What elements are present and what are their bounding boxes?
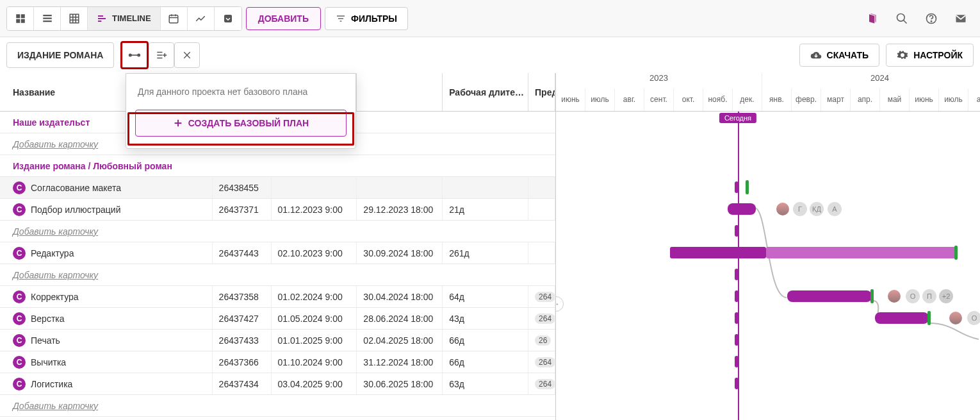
table-row[interactable]: СЛогистика 26437434 03.04.2025 9:00 30.0… xyxy=(0,373,555,395)
gantt-bar[interactable] xyxy=(787,290,872,302)
table-row[interactable]: СПечать 26437433 01.01.2025 9:00 02.04.2… xyxy=(0,330,555,351)
task-pred xyxy=(528,177,555,198)
task-duration: 63д xyxy=(443,373,528,394)
table-row[interactable]: СВерстка 26437427 01.05.2024 9:00 28.06.… xyxy=(0,308,555,330)
table-row[interactable]: СКорректура 26437358 01.02.2024 9:00 30.… xyxy=(0,286,555,308)
col-predecessors[interactable]: Пред… xyxy=(528,73,555,111)
avatar-icon[interactable] xyxy=(886,289,902,304)
assignee-chip[interactable]: О xyxy=(967,311,980,325)
view-list-icon[interactable] xyxy=(34,7,61,30)
table-row[interactable]: СВычитка 26437366 01.10.2024 9:00 31.12.… xyxy=(0,351,555,373)
assignee-chip[interactable]: О xyxy=(906,289,920,303)
task-end: 31.12.2024 18:00 xyxy=(357,351,443,373)
baseline-menu-button[interactable] xyxy=(120,41,149,69)
timeline-label: TIMELINE xyxy=(112,13,151,23)
assignee-chip[interactable]: П xyxy=(922,289,936,303)
task-name: Редактура xyxy=(31,248,74,258)
card-badge: С xyxy=(13,378,26,391)
avatar-icon[interactable] xyxy=(775,201,790,217)
help-icon[interactable] xyxy=(919,7,944,30)
col-work-dur-dates[interactable] xyxy=(357,73,443,111)
task-name: Согласование макета xyxy=(31,183,121,193)
gantt-bar-end xyxy=(870,289,874,303)
gantt-pane[interactable]: ↔ 2023 2024 июньиюльавг.сент.окт.нояб.де… xyxy=(556,73,980,420)
svg-rect-0 xyxy=(16,14,20,18)
month-label: окт. xyxy=(674,88,703,111)
assignee-chip[interactable]: Г xyxy=(793,202,807,216)
add-column-button[interactable] xyxy=(149,42,174,68)
task-duration: 43д xyxy=(443,308,528,329)
add-card-row[interactable]: Добавить карточку xyxy=(0,221,555,242)
gantt-bar[interactable] xyxy=(670,247,766,258)
gantt-bar[interactable] xyxy=(875,312,929,324)
group-label: Наше издательст xyxy=(0,117,90,128)
svg-rect-19 xyxy=(224,15,232,22)
task-end: 30.09.2024 18:00 xyxy=(357,242,443,264)
project-title-pill[interactable]: ИЗДАНИЕ РОМАНА xyxy=(6,42,114,68)
assignee-chip[interactable]: А xyxy=(828,202,842,216)
view-grid-icon[interactable] xyxy=(61,7,88,30)
task-name: Печать xyxy=(31,335,60,346)
svg-rect-15 xyxy=(169,15,178,22)
task-end: 02.04.2025 18:00 xyxy=(357,330,443,351)
svg-rect-3 xyxy=(20,19,24,22)
view-chart-icon[interactable] xyxy=(188,7,215,30)
task-name: Верстка xyxy=(31,314,65,324)
today-label: Сегодня xyxy=(719,113,756,123)
assignee-more-chip[interactable]: +2 xyxy=(939,289,953,303)
add-card-link[interactable]: Добавить карточку xyxy=(0,401,98,411)
avatar-icon[interactable] xyxy=(948,310,963,326)
settings-button[interactable]: НАСТРОЙК xyxy=(886,44,974,67)
task-end xyxy=(357,177,443,198)
baseline-popover: Для данного проекта нет базового плана С… xyxy=(126,73,356,149)
card-badge: С xyxy=(13,334,26,347)
task-start: 01.05.2024 9:00 xyxy=(272,308,357,329)
col-work-duration[interactable]: Рабочая длите… xyxy=(443,73,528,111)
add-card-row[interactable]: Добавить карточку xyxy=(0,264,555,286)
task-name: Логистика xyxy=(31,379,72,389)
month-label: авг. xyxy=(968,88,980,111)
view-calendar-icon[interactable] xyxy=(161,7,188,30)
add-card-row[interactable]: Добавить карточку xyxy=(0,395,555,417)
create-baseline-button[interactable]: СОЗДАТЬ БАЗОВЫЙ ПЛАН xyxy=(135,110,347,137)
gantt-body[interactable]: Сегодня Г КД А О П xyxy=(556,112,980,420)
table-row[interactable]: ССогласование макета 26438455 xyxy=(0,177,555,199)
gantt-bar-progress[interactable] xyxy=(766,247,956,258)
svg-rect-6 xyxy=(43,21,52,22)
gantt-bar-end xyxy=(954,246,958,260)
task-id: 26438455 xyxy=(213,177,272,198)
add-card-link[interactable]: Добавить карточку xyxy=(0,270,98,280)
task-start: 03.04.2025 9:00 xyxy=(272,373,357,394)
mail-icon[interactable] xyxy=(948,7,974,30)
task-start: 01.12.2023 9:00 xyxy=(272,199,357,220)
search-icon[interactable] xyxy=(889,7,915,30)
task-duration: 64д xyxy=(443,286,528,307)
view-archive-icon[interactable] xyxy=(215,7,241,30)
add-card-link[interactable]: Добавить карточку xyxy=(0,139,98,149)
cards-icon[interactable] xyxy=(860,7,885,30)
cloud-download-icon xyxy=(810,49,822,61)
task-start: 01.02.2024 9:00 xyxy=(272,286,357,307)
table-row[interactable]: СРедактура 26437443 02.10.2023 9:00 30.0… xyxy=(0,242,555,264)
add-button[interactable]: ДОБАВИТЬ xyxy=(246,7,321,30)
month-label: янв. xyxy=(762,88,792,111)
close-button[interactable] xyxy=(174,42,200,68)
download-button[interactable]: СКАЧАТЬ xyxy=(799,44,880,67)
card-badge: С xyxy=(13,247,26,260)
view-timeline-button[interactable]: TIMELINE xyxy=(88,7,161,30)
view-switcher: TIMELINE xyxy=(6,6,242,31)
top-toolbar: TIMELINE ДОБАВИТЬ ФИЛЬТРЫ xyxy=(0,0,980,37)
task-id: 26437358 xyxy=(213,286,272,307)
gantt-bar[interactable] xyxy=(728,203,756,215)
task-name: Вычитка xyxy=(31,357,66,367)
group-row[interactable]: Издание романа / Любовный роман xyxy=(0,155,555,177)
svg-point-23 xyxy=(897,13,905,21)
view-dashboard-icon[interactable] xyxy=(7,7,34,30)
task-name: Корректура xyxy=(31,292,79,302)
assignee-chip[interactable]: КД xyxy=(810,202,824,216)
table-row[interactable]: СПодбор иллюстраций 26437371 01.12.2023 … xyxy=(0,199,555,221)
add-card-link[interactable]: Добавить карточку xyxy=(0,226,98,237)
card-badge: С xyxy=(13,356,26,369)
filters-button[interactable]: ФИЛЬТРЫ xyxy=(325,7,408,30)
task-id: 26437434 xyxy=(213,373,272,394)
